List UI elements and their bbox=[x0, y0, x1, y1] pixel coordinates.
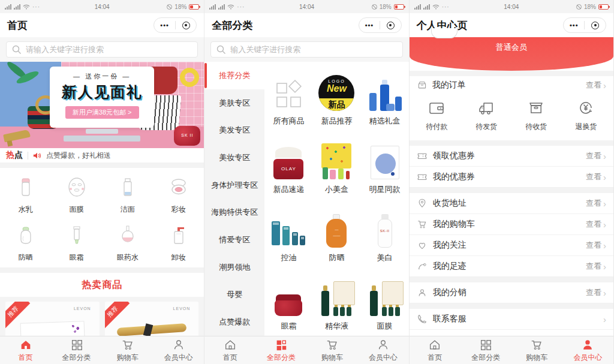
menu-get-coupons[interactable]: 领取优惠券 查看› bbox=[410, 146, 613, 167]
order-status-returns[interactable]: 退换货 bbox=[561, 99, 611, 132]
cream-jar-image: SK II bbox=[174, 126, 200, 146]
view-link[interactable]: › bbox=[601, 315, 606, 324]
banner-cta-button[interactable]: 新用户满38元包邮 > bbox=[65, 106, 139, 119]
nav-home[interactable]: 首页 bbox=[0, 336, 51, 364]
orders-section-header[interactable]: 我的订单 查看› bbox=[410, 76, 613, 94]
sidebar-item[interactable]: 海购特供专区 bbox=[204, 198, 264, 226]
category-item[interactable]: 卸妆 bbox=[153, 222, 204, 263]
nav-member[interactable]: 会员中心 bbox=[562, 336, 613, 364]
search-box[interactable] bbox=[210, 41, 402, 58]
view-link[interactable]: 查看› bbox=[586, 261, 606, 272]
close-capsule-button[interactable] bbox=[585, 18, 606, 32]
category-sidebar: 推荐分类 美肤专区 美发专区 美妆专区 身体护理专区 海购特供专区 情爱专区 潮… bbox=[204, 62, 264, 336]
nav-categories[interactable]: 全部分类 bbox=[255, 336, 306, 364]
view-link[interactable]: 查看› bbox=[586, 151, 606, 161]
category-item[interactable]: 彩妆 bbox=[153, 174, 204, 215]
nav-categories[interactable]: 全部分类 bbox=[51, 336, 102, 364]
orders-view-link[interactable]: 查看› bbox=[586, 80, 606, 91]
menu-my-footprints[interactable]: 我的足迹 查看› bbox=[410, 256, 613, 277]
promo-banner[interactable]: SK II — 送你一份 — 新人见面礼 新用户满38元包邮 > bbox=[0, 62, 204, 148]
grid-item[interactable]: OLAY 新品速递 bbox=[264, 131, 312, 200]
grid-item[interactable]: 明星同款 bbox=[361, 131, 409, 200]
sidebar-item[interactable]: 美肤专区 bbox=[204, 89, 264, 117]
refund-icon bbox=[577, 99, 595, 117]
cart-icon bbox=[326, 338, 339, 351]
grid-item[interactable]: SK-II 美白 bbox=[361, 200, 409, 268]
menu-my-distribution[interactable]: 我的分销 查看› bbox=[410, 282, 613, 303]
product-brand: LEVON bbox=[74, 306, 91, 311]
order-status-pending-ship[interactable]: 待发货 bbox=[462, 99, 511, 132]
truck-icon bbox=[477, 99, 495, 117]
search-input[interactable] bbox=[230, 45, 397, 54]
battery-icon bbox=[394, 4, 404, 10]
blue-gift-set-image bbox=[367, 74, 403, 111]
sidebar-item[interactable]: 身体护理专区 bbox=[204, 172, 264, 199]
sidebar-item[interactable]: 点赞爆款 bbox=[204, 308, 264, 336]
hot-sale-products: 推荐 LEVON 推荐 LEVON bbox=[0, 297, 204, 341]
menu-my-cart[interactable]: 我的购物车 查看› bbox=[410, 214, 613, 235]
grid-item[interactable]: 小美盒 bbox=[312, 131, 360, 200]
bottom-nav: 首页 全部分类 购物车 会员中心 bbox=[0, 336, 204, 364]
category-item[interactable]: 眼霜 bbox=[51, 222, 102, 263]
more-button[interactable]: ••• bbox=[359, 18, 380, 32]
signal-icon bbox=[414, 4, 421, 10]
grid-icon bbox=[70, 338, 83, 351]
sidebar-item[interactable]: 情爱专区 bbox=[204, 226, 264, 254]
grid-item[interactable]: 精华液 bbox=[312, 268, 360, 336]
grid-item[interactable]: 面膜 bbox=[361, 268, 409, 336]
sunscreen-bottle-image: ——— bbox=[326, 214, 347, 248]
category-item[interactable]: 洁面 bbox=[102, 174, 153, 215]
more-button[interactable]: ••• bbox=[154, 18, 175, 32]
nav-categories[interactable]: 全部分类 bbox=[460, 336, 511, 364]
nav-cart[interactable]: 购物车 bbox=[306, 336, 357, 364]
search-box[interactable] bbox=[6, 41, 198, 58]
grid-item[interactable]: 眼霜 bbox=[264, 268, 312, 336]
eye-drops-icon bbox=[115, 222, 141, 248]
menu-address[interactable]: 收货地址 查看› bbox=[410, 193, 613, 214]
product-image bbox=[117, 323, 187, 336]
nav-member[interactable]: 会员中心 bbox=[153, 336, 204, 364]
coupon-icon bbox=[417, 172, 428, 182]
view-link[interactable]: 查看› bbox=[586, 219, 606, 230]
status-bar: ··· 14:04 18% bbox=[410, 0, 613, 13]
avatar[interactable] bbox=[431, 28, 458, 38]
nav-member[interactable]: 会员中心 bbox=[358, 336, 409, 364]
nav-home[interactable]: 首页 bbox=[204, 336, 255, 364]
sidebar-item[interactable]: 母婴 bbox=[204, 281, 264, 309]
hot-news-bar[interactable]: 热点 点赞爆款，好礼相送 bbox=[0, 148, 204, 163]
lotion-icon bbox=[13, 174, 39, 200]
view-link[interactable]: 查看› bbox=[586, 198, 606, 209]
categories-screen: ··· 14:04 18% 全部分类 ••• 推荐分类 美肤专区 美发专区 美妆… bbox=[204, 0, 409, 364]
close-capsule-button[interactable] bbox=[176, 18, 197, 32]
sidebar-item[interactable]: 美妆专区 bbox=[204, 144, 264, 172]
menu-contact-service[interactable]: 联系客服 › bbox=[410, 309, 613, 330]
menu-my-coupons[interactable]: 我的优惠券 查看› bbox=[410, 167, 613, 188]
sidebar-item[interactable]: 推荐分类 bbox=[204, 62, 264, 89]
category-item[interactable]: 眼药水 bbox=[102, 222, 153, 263]
nav-cart[interactable]: 购物车 bbox=[102, 336, 153, 364]
close-capsule-button[interactable] bbox=[380, 18, 401, 32]
menu-my-follows[interactable]: 我的关注 查看› bbox=[410, 235, 613, 256]
search-input[interactable] bbox=[26, 45, 192, 54]
oil-control-set-image bbox=[270, 213, 306, 248]
nav-home[interactable]: 首页 bbox=[410, 336, 460, 364]
category-item[interactable]: 面膜 bbox=[51, 174, 102, 215]
signal-icon bbox=[218, 4, 225, 10]
view-link[interactable]: 查看› bbox=[586, 287, 606, 298]
order-status-pending-pay[interactable]: 待付款 bbox=[412, 99, 462, 132]
grid-item[interactable]: LOGONew新品 新品推荐 bbox=[312, 63, 360, 131]
more-button[interactable]: ••• bbox=[564, 18, 585, 32]
grid-item[interactable]: 精选礼盒 bbox=[361, 63, 409, 131]
category-item[interactable]: 防晒 bbox=[0, 222, 51, 263]
mask-icon bbox=[64, 174, 90, 200]
sidebar-item[interactable]: 潮男领地 bbox=[204, 254, 264, 281]
order-status-pending-receive[interactable]: 待收货 bbox=[511, 99, 561, 132]
grid-item[interactable]: 所有商品 bbox=[264, 63, 312, 131]
grid-item[interactable]: ——— 防晒 bbox=[312, 200, 360, 268]
grid-item[interactable]: 控油 bbox=[264, 200, 312, 268]
view-link[interactable]: 查看› bbox=[586, 172, 606, 182]
nav-cart[interactable]: 购物车 bbox=[511, 336, 562, 364]
view-link[interactable]: 查看› bbox=[586, 240, 606, 251]
sidebar-item[interactable]: 美发专区 bbox=[204, 116, 264, 144]
category-item[interactable]: 水乳 bbox=[0, 174, 51, 215]
